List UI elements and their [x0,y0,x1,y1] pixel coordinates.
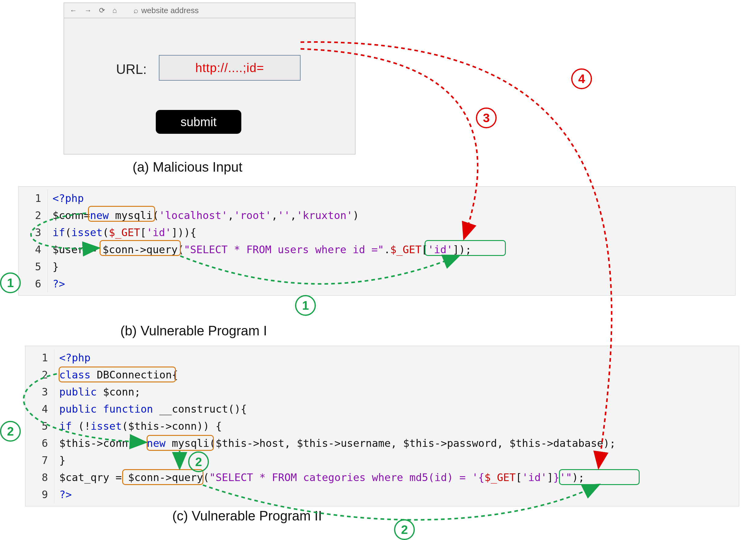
submit-button[interactable]: submit [156,110,241,134]
search-icon: ⌕ [134,6,138,15]
code-line: 6$this->conn = new mysqli($this->host, $… [25,435,734,452]
code-block-b: 1<?php2$conn=new mysqli('localhost','roo… [18,186,735,296]
code-content: <?php [55,349,90,366]
code-content: public $conn; [55,383,141,400]
line-number: 6 [19,275,48,292]
code-line: 7} [25,452,734,469]
code-content: } [55,452,65,469]
line-number: 1 [25,349,55,366]
line-number: 4 [19,241,48,258]
line-number: 8 [25,469,55,486]
line-number: 1 [19,190,48,207]
addressbar[interactable]: ⌕ website address [134,6,199,15]
code-content: ?> [48,275,65,292]
browser-body: URL: http://....;id= submit [64,18,355,154]
browser-toolbar: ← → ⟳ ⌂ ⌕ website address [64,3,355,18]
code-content: $cat_qry = $conn->query("SELECT * FROM c… [55,469,585,486]
caption-a: (a) Malicious Input [133,159,242,175]
back-icon[interactable]: ← [69,6,77,15]
code-content: class DBConnection{ [55,366,178,383]
code-line: 4$user = $conn->query("SELECT * FROM use… [19,241,730,258]
forward-icon[interactable]: → [84,6,92,15]
code-content: if (!isset($this->conn)) { [55,418,222,435]
circle-1-bottom: 1 [295,295,316,316]
line-number: 2 [19,207,48,224]
code-content: ?> [55,486,72,503]
code-content: $user = $conn->query("SELECT * FROM user… [48,241,472,258]
code-line: 9?> [25,486,734,503]
line-number: 2 [25,366,55,383]
code-line: 1<?php [25,349,734,366]
line-number: 5 [19,258,48,275]
code-line: 3public $conn; [25,383,734,400]
caption-c: (c) Vulnerable Program II [172,508,322,523]
circle-2-mid: 2 [188,452,209,472]
circle-1-left: 1 [0,272,21,293]
line-number: 4 [25,400,55,418]
line-number: 7 [25,452,55,469]
code-line: 4public function __construct(){ [25,400,734,418]
code-content: public function __construct(){ [55,400,247,418]
line-number: 9 [25,486,55,503]
code-content: } [48,258,59,275]
caption-b: (b) Vulnerable Program I [120,323,267,338]
code-line: 1<?php [19,190,730,207]
code-line: 2class DBConnection{ [25,366,734,383]
line-number: 3 [19,224,48,241]
code-content: <?php [48,190,84,207]
code-line: 6?> [19,275,730,292]
home-icon[interactable]: ⌂ [112,6,117,15]
addressbar-placeholder: website address [141,6,199,15]
code-line: 5} [19,258,730,275]
code-content: if(isset($_GET['id'])){ [48,224,196,241]
code-line: 8$cat_qry = $conn->query("SELECT * FROM … [25,469,734,486]
line-number: 5 [25,418,55,435]
circle-3: 3 [476,107,497,128]
refresh-icon[interactable]: ⟳ [99,6,105,15]
circle-4: 4 [571,68,592,89]
code-content: $this->conn = new mysqli($this->host, $t… [55,435,616,452]
line-number: 6 [25,435,55,452]
code-line: 2$conn=new mysqli('localhost','root','',… [19,207,730,224]
url-input[interactable]: http://....;id= [159,55,301,80]
circle-2-bottom: 2 [394,519,415,540]
code-content: $conn=new mysqli('localhost','root','','… [48,207,359,224]
diagram-canvas: ← → ⟳ ⌂ ⌕ website address URL: http://..… [0,0,756,540]
browser-window: ← → ⟳ ⌂ ⌕ website address URL: http://..… [63,2,355,155]
line-number: 3 [25,383,55,400]
code-block-c: 1<?php2class DBConnection{3public $conn;… [25,346,739,506]
code-line: 5if (!isset($this->conn)) { [25,418,734,435]
circle-2-left: 2 [0,421,21,442]
url-label: URL: [116,62,147,77]
code-line: 3if(isset($_GET['id'])){ [19,224,730,241]
